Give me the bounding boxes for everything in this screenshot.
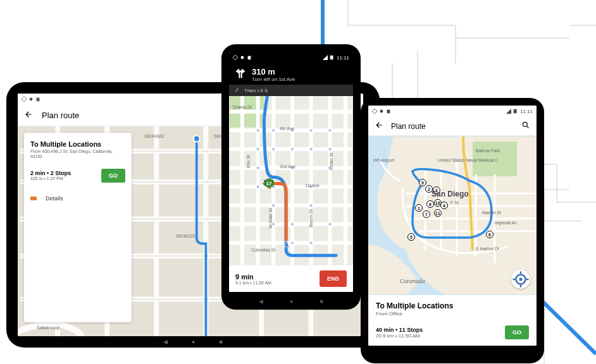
street-label: 2nd Ave bbox=[280, 164, 295, 169]
stop-pin[interactable]: 9 bbox=[419, 179, 426, 186]
svg-rect-32 bbox=[514, 109, 517, 113]
nav-back-icon[interactable]: ◀ bbox=[163, 339, 168, 345]
tablet-soft-keys: ◀ ● ■ bbox=[6, 339, 380, 345]
svg-point-17 bbox=[257, 167, 259, 169]
poi-label: Int'l Airport bbox=[373, 158, 394, 162]
nav-home-icon[interactable]: ● bbox=[290, 298, 293, 305]
stop-pin[interactable]: 6 bbox=[486, 231, 494, 238]
svg-point-3 bbox=[241, 56, 244, 59]
nav-then-text: Then I-5 S bbox=[244, 88, 268, 94]
phone-plan-map[interactable]: 9 2 3 1 8 10 4 7 11 5 6 San Diego Balboa… bbox=[368, 136, 537, 295]
details-row[interactable]: Details bbox=[30, 195, 125, 202]
street-label: Market St bbox=[482, 210, 501, 215]
svg-point-7 bbox=[257, 129, 259, 131]
stop-chip-icon bbox=[30, 197, 37, 200]
then-arrow-icon bbox=[234, 87, 240, 94]
nav-home-icon[interactable]: ● bbox=[192, 339, 195, 345]
route-duration: 40 min • 11 Stops bbox=[376, 327, 423, 333]
svg-point-10 bbox=[310, 129, 313, 131]
go-button[interactable]: GO bbox=[101, 169, 125, 183]
route-title: To Multiple Locations bbox=[376, 301, 529, 310]
svg-point-36 bbox=[519, 278, 523, 281]
nav-eta-panel: 9 min 9.1 km • 11:20 AM END bbox=[229, 265, 353, 292]
svg-point-2 bbox=[194, 136, 200, 142]
city-label: San Diego bbox=[431, 190, 469, 198]
current-position-icon bbox=[282, 240, 291, 249]
street-label: Cedar St bbox=[329, 153, 333, 171]
stop-pin[interactable]: 4 bbox=[440, 202, 448, 209]
svg-point-12 bbox=[257, 148, 259, 150]
route-duration: 2 min • 2 Stops bbox=[30, 170, 71, 176]
back-icon[interactable] bbox=[375, 121, 383, 132]
park-label: Balboa Park bbox=[476, 149, 500, 153]
nav-recent-icon[interactable]: ■ bbox=[320, 298, 323, 305]
stop-pin[interactable]: 5 bbox=[407, 233, 415, 241]
stop-pin[interactable]: 7 bbox=[423, 210, 430, 218]
back-icon[interactable] bbox=[24, 110, 33, 121]
battery-icon bbox=[330, 55, 335, 60]
turn-left-icon bbox=[234, 67, 247, 80]
diamond-icon bbox=[372, 109, 377, 114]
area-label: Coronado bbox=[400, 278, 425, 284]
route-title: To Multiple Locations bbox=[30, 140, 125, 148]
street-label: 1st Ave bbox=[305, 183, 320, 188]
svg-point-20 bbox=[257, 185, 259, 188]
status-time: 11:11 bbox=[520, 109, 533, 114]
street-label: Drama Dr bbox=[233, 105, 252, 109]
bug-icon bbox=[379, 109, 384, 114]
delete-icon bbox=[386, 109, 391, 114]
go-button[interactable]: GO bbox=[505, 325, 529, 339]
search-icon[interactable] bbox=[521, 121, 530, 132]
stop-pin[interactable]: 1 bbox=[415, 204, 423, 212]
nav-recent-icon[interactable]: ■ bbox=[220, 339, 223, 345]
street-label: F St bbox=[450, 200, 459, 205]
svg-point-26 bbox=[291, 223, 294, 226]
status-bar: 11:11 bbox=[229, 52, 353, 63]
bug-icon bbox=[28, 97, 34, 102]
phone-soft-keys: ◀ ● ■ bbox=[221, 298, 361, 305]
street-label: Beech St bbox=[309, 209, 313, 227]
route-distance-eta: 420 m • 1:37 PM bbox=[30, 176, 71, 181]
street-label: E Harbor Dr bbox=[476, 246, 499, 251]
signal-icon bbox=[506, 109, 511, 114]
phone-navigation-device: 11:11 310 m Turn left on 1st Ave Then I-… bbox=[221, 44, 361, 310]
svg-point-29 bbox=[310, 241, 313, 244]
route-distance-eta: 20.9 km • 11:50 AM bbox=[376, 333, 423, 339]
svg-point-13 bbox=[272, 148, 275, 150]
status-time: 11:11 bbox=[337, 55, 349, 61]
diamond-icon bbox=[233, 55, 238, 60]
svg-rect-1 bbox=[37, 98, 40, 102]
details-label: Details bbox=[46, 195, 63, 202]
eta-detail: 9.1 km • 11:20 AM bbox=[235, 281, 271, 285]
page-title: Plan route bbox=[391, 122, 426, 131]
diamond-icon bbox=[22, 97, 27, 102]
nav-back-icon[interactable]: ◀ bbox=[259, 298, 263, 305]
street-label: Imperial Av bbox=[495, 221, 517, 225]
signal-icon bbox=[323, 55, 328, 60]
plan-route-card: To Multiple Locations From Office 40 min… bbox=[368, 295, 537, 346]
plan-header: Plan route bbox=[368, 117, 537, 136]
locate-button[interactable] bbox=[511, 270, 530, 289]
svg-point-14 bbox=[291, 148, 294, 150]
svg-point-27 bbox=[328, 223, 331, 226]
svg-rect-31 bbox=[387, 110, 390, 114]
street-label: W Date St bbox=[268, 209, 273, 229]
eta-time: 9 min bbox=[235, 273, 271, 281]
street-label: Columbia St bbox=[251, 248, 275, 252]
battery-icon bbox=[513, 109, 518, 114]
stop-pin[interactable]: 8 bbox=[426, 200, 434, 208]
svg-point-11 bbox=[328, 129, 331, 131]
svg-point-8 bbox=[272, 129, 275, 131]
phone-nav-map[interactable]: 17 Drama Dr 4th Ave 2nd Ave 1st Ave Elm … bbox=[229, 96, 353, 265]
phone-plan-device: 11:11 Plan route bbox=[361, 98, 544, 363]
route-from: From Office bbox=[376, 311, 529, 317]
end-button[interactable]: END bbox=[320, 270, 347, 287]
route-from: From 400-498 J St, San Diego, California… bbox=[30, 149, 125, 160]
svg-point-33 bbox=[523, 122, 527, 126]
nav-instruction-panel: 310 m Turn left on 1st Ave bbox=[229, 63, 353, 85]
stop-pin[interactable]: 11 bbox=[434, 209, 442, 217]
map-label: Salida Loop bbox=[37, 325, 60, 330]
svg-point-23 bbox=[272, 204, 275, 207]
route-card: To Multiple Locations From 400-498 J St,… bbox=[24, 133, 132, 322]
nav-instruction: Turn left on 1st Ave bbox=[252, 76, 295, 82]
